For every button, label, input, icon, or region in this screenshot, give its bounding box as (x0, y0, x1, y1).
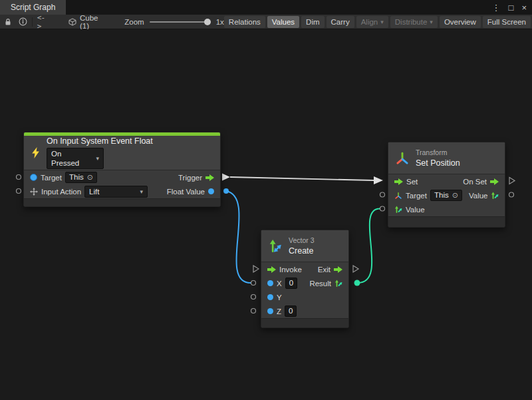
port-result-output[interactable] (354, 280, 360, 286)
z-value-field[interactable]: 0 (285, 305, 297, 317)
wire-trigger-to-set[interactable] (230, 177, 374, 180)
wire-arrowhead (374, 176, 383, 184)
connection-style-icon[interactable]: <-> (37, 13, 46, 31)
vector-port-icon (334, 280, 342, 288)
port-onset-output[interactable] (509, 178, 515, 184)
node-header: Vector 3 Create (261, 230, 348, 262)
maximize-icon[interactable]: □ (509, 3, 514, 13)
caret-down-icon: ▾ (430, 19, 433, 25)
lock-icon[interactable] (4, 18, 12, 26)
port-transform-value-output[interactable] (509, 192, 514, 197)
node-header: On Input System Event Float On Pressed ▾ (24, 136, 220, 170)
flow-arrow-icon (334, 266, 342, 273)
flow-arrow-icon (490, 178, 499, 185)
caret-down-icon: ▾ (135, 187, 144, 196)
distribute-button[interactable]: Distribute▾ (390, 16, 438, 28)
lightning-bolt-icon (31, 147, 41, 158)
tab-label: Script Graph (11, 3, 55, 12)
vector3-icon (268, 239, 283, 254)
float-port-icon (267, 294, 273, 300)
node-footer (24, 198, 220, 206)
port-transform-target-input[interactable] (380, 192, 385, 197)
close-icon[interactable]: × (521, 3, 527, 13)
port-x-input[interactable] (251, 281, 256, 286)
graph-toolbar: <-> Cube (1) Zoom 1x Relations Values Di… (0, 15, 532, 29)
zoom-slider[interactable] (150, 21, 211, 23)
node-title: Set Position (416, 158, 460, 168)
overview-button[interactable]: Overview (440, 16, 481, 28)
float-port-icon (208, 188, 214, 194)
port-exit-output[interactable] (353, 266, 358, 272)
toolbar-buttons: Relations Values Dim Carry Align▾ Distri… (224, 16, 532, 28)
tab-script-graph[interactable]: Script Graph (0, 0, 66, 15)
full-screen-button[interactable]: Full Screen (483, 16, 531, 28)
port-z-input[interactable] (251, 309, 256, 313)
node-footer (261, 318, 348, 327)
wire-floatvalue-to-x[interactable] (226, 191, 251, 283)
node-transform-set-position[interactable]: Transform Set Position Set On Set Target… (388, 142, 505, 228)
zoom-control: Zoom 1x (124, 18, 224, 26)
node-footer (388, 216, 505, 227)
window-tab-bar: Script Graph ⋮ □ × (0, 0, 532, 15)
port-target-input[interactable] (17, 175, 21, 180)
input-action-dropdown[interactable]: Lift ▾ (84, 186, 148, 198)
vector-port-icon (491, 192, 499, 200)
relations-button[interactable]: Relations (224, 16, 265, 28)
row-set-onset: Set On Set (388, 174, 505, 188)
port-inputaction-input[interactable] (17, 189, 21, 194)
dim-button[interactable]: Dim (301, 16, 324, 28)
toolbar-separator (32, 17, 33, 27)
crosshair-icon: ⊙ (452, 191, 458, 200)
unity-visual-scripting-window: Script Graph ⋮ □ × <-> Cube (1) Zoom (0, 0, 532, 400)
carry-button[interactable]: Carry (327, 16, 354, 28)
target-self-field[interactable]: This ⊙ (430, 190, 462, 201)
input-action-icon (30, 188, 38, 196)
context-label: Cube (1) (80, 14, 100, 30)
target-self-field[interactable]: This ⊙ (65, 172, 97, 183)
window-menu-icon[interactable]: ⋮ (492, 3, 501, 13)
crosshair-icon: ⊙ (87, 173, 93, 182)
port-invoke-input[interactable] (253, 266, 259, 272)
flow-arrow-icon (394, 178, 403, 185)
unity-object-icon (30, 174, 37, 181)
port-trigger-output[interactable] (222, 174, 230, 181)
row-target-value: Target This ⊙ Value (388, 188, 505, 202)
zoom-slider-knob[interactable] (204, 19, 211, 25)
row-x-result: X 0 Result (261, 276, 348, 290)
align-button[interactable]: Align▾ (356, 16, 388, 28)
port-y-input[interactable] (251, 295, 256, 300)
cube-icon (68, 18, 76, 26)
graph-context[interactable]: Cube (1) (68, 14, 100, 30)
node-vector3-create[interactable]: Vector 3 Create Invoke Exit X 0 Res (261, 230, 349, 328)
vector-port-icon (394, 206, 402, 214)
window-controls: ⋮ □ × (492, 0, 532, 15)
float-port-icon (267, 308, 273, 314)
caret-down-icon: ▾ (380, 19, 384, 25)
zoom-value: 1x (216, 18, 224, 26)
float-port-icon (267, 280, 273, 286)
transform-icon (395, 151, 410, 166)
info-icon[interactable] (19, 17, 27, 26)
transform-port-icon (394, 192, 402, 200)
row-inputaction-floatvalue: Input Action Lift ▾ Float Value (24, 184, 220, 198)
graph-canvas[interactable]: On Input System Event Float On Pressed ▾… (0, 29, 532, 400)
port-floatvalue-output[interactable] (223, 188, 229, 194)
values-button[interactable]: Values (267, 16, 299, 28)
port-transform-value-input[interactable] (380, 206, 385, 211)
node-on-input-system-event-float[interactable]: On Input System Event Float On Pressed ▾… (23, 132, 221, 207)
caret-down-icon: ▾ (90, 154, 99, 163)
zoom-label: Zoom (124, 18, 144, 26)
row-y: Y (261, 290, 348, 304)
event-mode-dropdown[interactable]: On Pressed ▾ (47, 148, 104, 169)
row-target-trigger: Target This ⊙ Trigger (24, 170, 220, 184)
flow-arrow-icon (205, 174, 214, 181)
row-invoke-exit: Invoke Exit (261, 262, 348, 276)
row-z: Z 0 (261, 304, 348, 318)
wire-result-to-value[interactable] (358, 209, 380, 284)
node-title: On Input System Event Float (47, 136, 153, 146)
x-value-field[interactable]: 0 (285, 278, 297, 289)
row-value-input: Value (388, 202, 505, 216)
node-header: Transform Set Position (388, 142, 505, 174)
node-title: Create (289, 246, 315, 256)
flow-arrow-icon (267, 266, 276, 273)
